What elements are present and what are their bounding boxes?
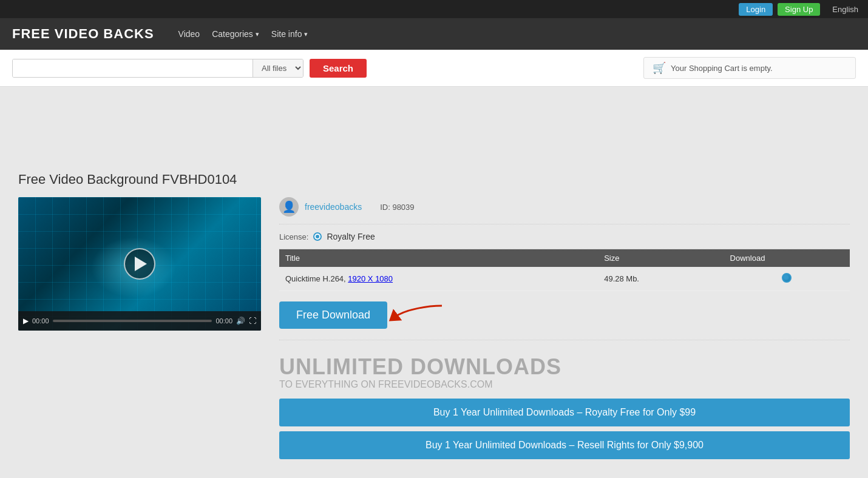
download-radio[interactable]	[782, 273, 792, 283]
unlimited-title: UNLIMITED DOWNLOADS	[279, 355, 850, 379]
section-divider	[279, 340, 850, 340]
file-resolution-link[interactable]: 1920 X 1080	[348, 274, 393, 283]
nav-categories[interactable]: Categories	[212, 29, 259, 39]
unlimited-subtitle: TO EVERYTHING ON FREEVIDEOBACKS.COM	[279, 379, 850, 390]
license-label: License:	[279, 232, 308, 241]
page-title: Free Video Background FVBHD0104	[18, 172, 850, 187]
main-nav: Video Categories Site info	[178, 29, 308, 39]
content-layout: ▶ 00:00 00:00 🔊 ⛶ 👤 freevideobacks ID: 9…	[18, 197, 850, 459]
arrow-annotation	[387, 300, 448, 330]
license-row: License: Royalty Free	[279, 224, 850, 249]
radio-dot-inner	[316, 235, 319, 238]
promo-btn-2[interactable]: Buy 1 Year Unlimited Downloads – Resell …	[279, 431, 850, 459]
top-bar: Login Sign Up English	[0, 0, 868, 18]
play-pause-button[interactable]: ▶	[23, 317, 29, 325]
file-resolution: 1920 X 1080	[348, 274, 393, 283]
header: FREE VIDEO BACKS Video Categories Site i…	[0, 18, 868, 50]
progress-bar[interactable]	[53, 320, 212, 322]
author-row: 👤 freevideobacks ID: 98039	[279, 197, 850, 224]
download-radio-cell[interactable]	[724, 267, 850, 291]
site-logo: FREE VIDEO BACKS	[12, 26, 154, 42]
download-table: Title Size Download Quicktime H.264, 192…	[279, 249, 850, 291]
video-frame: ▶ 00:00 00:00 🔊 ⛶	[18, 197, 261, 331]
author-name[interactable]: freevideobacks	[305, 202, 362, 212]
search-button[interactable]: Search	[310, 59, 367, 78]
ad-banner	[0, 87, 868, 160]
col-download: Download	[724, 249, 850, 267]
col-size: Size	[598, 249, 724, 267]
license-radio[interactable]	[313, 232, 322, 241]
time-current: 00:00	[32, 317, 49, 325]
cart-area: 🛒 Your Shopping Cart is empty.	[643, 57, 856, 79]
nav-video[interactable]: Video	[178, 29, 200, 39]
file-size: 49.28 Mb.	[598, 267, 724, 291]
col-title: Title	[279, 249, 598, 267]
search-bar: All files Search 🛒 Your Shopping Cart is…	[0, 50, 868, 87]
nav-site-info[interactable]: Site info	[271, 29, 308, 39]
main-content: Free Video Background FVBHD0104 ▶ 00:00 …	[0, 160, 868, 477]
play-icon	[135, 257, 147, 271]
time-total: 00:00	[215, 317, 232, 325]
file-title-text: Quicktime H.264,	[285, 274, 346, 283]
author-id: ID: 98039	[380, 203, 414, 212]
cart-text: Your Shopping Cart is empty.	[671, 64, 773, 73]
free-download-button[interactable]: Free Download	[279, 301, 387, 329]
login-button[interactable]: Login	[739, 3, 773, 16]
license-type: Royalty Free	[327, 232, 375, 241]
file-title: Quicktime H.264, 1920 X 1080	[279, 267, 598, 291]
language-label: English	[832, 5, 858, 14]
search-input-group: All files	[12, 59, 303, 78]
free-download-row: Free Download	[279, 300, 850, 330]
table-header-row: Title Size Download	[279, 249, 850, 267]
detail-panel: 👤 freevideobacks ID: 98039 License: Roya…	[279, 197, 850, 459]
volume-button[interactable]: 🔊	[236, 317, 245, 325]
fullscreen-button[interactable]: ⛶	[249, 317, 256, 325]
file-type-filter[interactable]: All files	[253, 59, 303, 77]
play-button[interactable]	[124, 248, 155, 280]
video-controls: ▶ 00:00 00:00 🔊 ⛶	[18, 311, 261, 331]
cart-icon: 🛒	[653, 61, 666, 75]
table-row: Quicktime H.264, 1920 X 1080 49.28 Mb.	[279, 267, 850, 291]
avatar: 👤	[279, 197, 299, 217]
video-player: ▶ 00:00 00:00 🔊 ⛶	[18, 197, 261, 331]
search-input[interactable]	[13, 59, 253, 77]
signup-button[interactable]: Sign Up	[778, 3, 820, 16]
promo-btn-1[interactable]: Buy 1 Year Unlimited Downloads – Royalty…	[279, 399, 850, 426]
unlimited-section: UNLIMITED DOWNLOADS TO EVERYTHING ON FRE…	[279, 350, 850, 459]
